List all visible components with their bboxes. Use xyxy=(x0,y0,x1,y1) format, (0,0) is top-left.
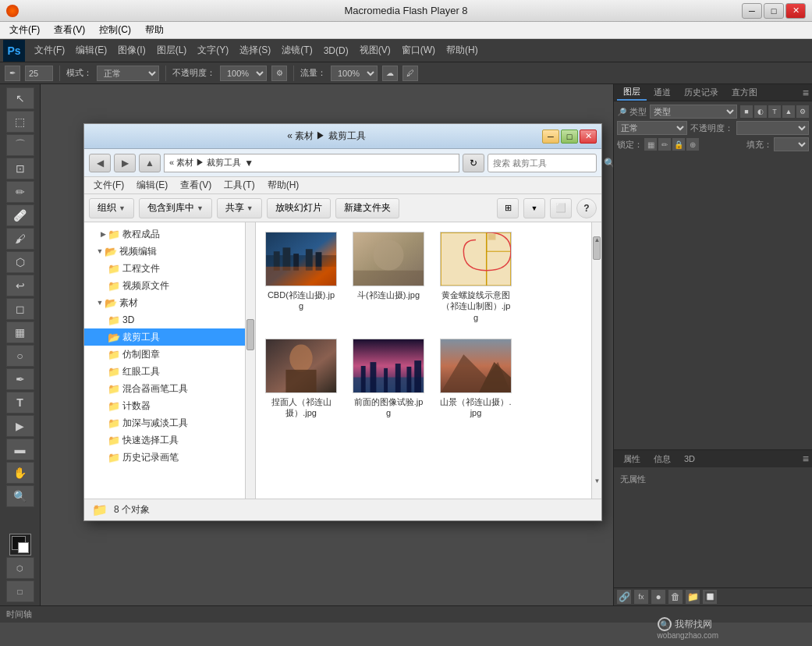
flow-select[interactable]: 100% xyxy=(331,66,378,81)
blend-mode-select[interactable]: 正常 xyxy=(617,121,687,135)
folder-icon-panel[interactable]: 📁 xyxy=(686,590,700,604)
menu-view[interactable]: 查看(V) xyxy=(48,22,91,38)
tree-item-redeye[interactable]: 📁 红眼工具 xyxy=(84,363,255,380)
new-folder-button[interactable]: 新建文件夹 xyxy=(335,198,399,218)
clone-tool[interactable]: ⬡ xyxy=(6,251,34,273)
scroll-up-arrow[interactable]: ▲ xyxy=(594,236,601,244)
zoom-tool[interactable]: 🔍 xyxy=(6,485,34,507)
tree-item-crop-tool[interactable]: 📂 裁剪工具 xyxy=(84,328,255,346)
back-button[interactable]: ◀ xyxy=(89,154,111,172)
file-item-0[interactable]: CBD(祁连山摄).jpg xyxy=(262,229,340,326)
tree-item-counter[interactable]: 📁 计数器 xyxy=(84,397,255,414)
view-mode-button[interactable]: ⊞ xyxy=(497,198,519,218)
forward-button[interactable]: ▶ xyxy=(114,154,136,172)
ps-menu-edit[interactable]: 编辑(E) xyxy=(71,42,112,59)
tree-item-project-files[interactable]: 📁 工程文件 xyxy=(84,260,255,277)
adjust-icon[interactable]: ◐ xyxy=(754,105,767,118)
menu-control[interactable]: 控制(C) xyxy=(93,22,137,38)
tree-item-3d[interactable]: 📁 3D xyxy=(84,311,255,328)
tablet-icon[interactable]: 🖊 xyxy=(402,66,418,81)
eyedropper-tool[interactable]: ✏ xyxy=(6,181,34,203)
include-library-button[interactable]: 包含到库中 ▼ xyxy=(139,198,212,218)
hand-tool[interactable]: ✋ xyxy=(6,462,34,484)
tab-channels[interactable]: 通道 xyxy=(647,85,677,100)
screen-mode-tool[interactable]: □ xyxy=(6,580,34,602)
file-item-3[interactable]: 捏面人（祁连山摄）.jpg xyxy=(262,335,340,422)
tree-item-video-edit[interactable]: ▼ 📂 视频编辑 xyxy=(84,243,255,260)
path-select-tool[interactable]: ▶ xyxy=(6,415,34,437)
lasso-tool[interactable]: ⌒ xyxy=(6,134,34,156)
menu-help[interactable]: 帮助 xyxy=(139,22,170,38)
lock-move[interactable]: ✏ xyxy=(658,138,671,151)
dialog-menu-help[interactable]: 帮助(H) xyxy=(263,177,304,193)
lock-artboard[interactable]: 🔒 xyxy=(672,138,685,151)
text-tool[interactable]: T xyxy=(6,392,34,414)
share-button[interactable]: 共享 ▼ xyxy=(217,198,262,218)
maximize-button[interactable]: □ xyxy=(764,3,784,19)
ps-menu-text[interactable]: 文字(Y) xyxy=(193,42,233,59)
delete-icon[interactable]: 🗑 xyxy=(668,590,683,604)
shape-icon[interactable]: ▲ xyxy=(782,105,795,118)
ps-menu-3d[interactable]: 3D(D) xyxy=(319,44,353,58)
select-tool[interactable]: ⬚ xyxy=(6,111,34,133)
organize-button[interactable]: 组织 ▼ xyxy=(89,198,134,218)
tree-item-history-brush[interactable]: 📁 历史记录画笔 xyxy=(84,449,255,466)
slideshow-button[interactable]: 放映幻灯片 xyxy=(267,198,331,218)
tree-item-quick-select[interactable]: 📁 快速选择工具 xyxy=(84,431,255,449)
new-layer-icon[interactable]: 🔲 xyxy=(703,590,717,604)
dialog-maximize-button[interactable]: □ xyxy=(561,130,578,144)
opacity-select[interactable] xyxy=(736,121,809,135)
ps-menu-file[interactable]: 文件(F) xyxy=(30,42,69,59)
ps-menu-image[interactable]: 图像(I) xyxy=(113,42,150,59)
lock-all[interactable]: ⊕ xyxy=(686,138,699,151)
menu-file[interactable]: 文件(F) xyxy=(3,22,46,38)
link-icon[interactable]: 🔗 xyxy=(617,590,631,604)
tree-item-mixer-brush[interactable]: 📁 混合器画笔工具 xyxy=(84,380,255,397)
ps-menu-layer[interactable]: 图层(L) xyxy=(152,42,192,59)
tree-item-sucai[interactable]: ▼ 📂 素材 xyxy=(84,294,255,311)
mode-select[interactable]: 正常 xyxy=(97,66,159,81)
dialog-menu-tools[interactable]: 工具(T) xyxy=(219,177,259,193)
file-item-4[interactable]: 前面的图像试验.jpg xyxy=(349,335,427,422)
dialog-minimize-button[interactable]: ─ xyxy=(542,130,559,144)
help-button[interactable]: ? xyxy=(576,198,597,218)
file-grid-scrollbar[interactable]: ▲ ▼ xyxy=(591,222,601,499)
tab-3d[interactable]: 3D xyxy=(678,453,701,465)
pressure-icon[interactable]: ⚙ xyxy=(271,66,287,81)
quick-mask-tool[interactable]: ⬡ xyxy=(6,557,34,579)
spot-heal-tool[interactable]: 🩹 xyxy=(6,204,34,226)
eraser-tool[interactable]: ◻ xyxy=(6,298,34,320)
minimize-button[interactable]: ─ xyxy=(742,3,762,19)
history-tool[interactable]: ↩ xyxy=(6,275,34,296)
up-button[interactable]: ▲ xyxy=(139,154,161,172)
brush-tool-icon[interactable]: ✒ xyxy=(5,66,20,81)
file-item-2[interactable]: 黄金螺旋线示意图（祁连山制图）.jpg xyxy=(437,229,515,326)
brush-tool[interactable]: 🖌 xyxy=(6,228,34,250)
tree-item-clone[interactable]: 📁 仿制图章 xyxy=(84,346,255,363)
lower-panel-options-icon[interactable]: ≡ xyxy=(803,453,809,465)
lock-checkboard[interactable]: ▦ xyxy=(644,138,657,151)
dialog-menu-file[interactable]: 文件(F) xyxy=(89,177,129,193)
tab-properties[interactable]: 属性 xyxy=(617,452,647,467)
pen-tool[interactable]: ✒ xyxy=(6,368,34,390)
close-button[interactable]: ✕ xyxy=(785,3,806,19)
dialog-menu-view[interactable]: 查看(V) xyxy=(176,177,216,193)
crop-tool[interactable]: ⊡ xyxy=(6,158,34,179)
tab-layers[interactable]: 图层 xyxy=(617,84,647,101)
tab-info[interactable]: 信息 xyxy=(647,452,677,467)
fx-icon[interactable]: fx xyxy=(634,590,648,604)
view-arrow-button[interactable]: ▼ xyxy=(523,198,545,218)
search-box[interactable]: 🔍 xyxy=(488,154,597,172)
opacity-select[interactable]: 100% xyxy=(220,66,267,81)
tab-history[interactable]: 历史记录 xyxy=(678,85,725,100)
text-icon[interactable]: T xyxy=(768,105,781,118)
filter-type-select[interactable]: 类型 xyxy=(650,105,737,119)
shape-tool[interactable]: ▬ xyxy=(6,438,34,460)
mask-icon[interactable]: ● xyxy=(651,590,665,604)
dodge-tool[interactable]: ○ xyxy=(6,345,34,367)
fill-select[interactable] xyxy=(774,137,809,151)
move-tool[interactable]: ↖ xyxy=(6,87,34,109)
file-item-5[interactable]: 山景（祁连山摄）.jpg xyxy=(437,335,515,422)
pixel-icon[interactable]: ■ xyxy=(740,105,753,118)
tree-item-dodge-burn[interactable]: 📁 加深与减淡工具 xyxy=(84,414,255,431)
